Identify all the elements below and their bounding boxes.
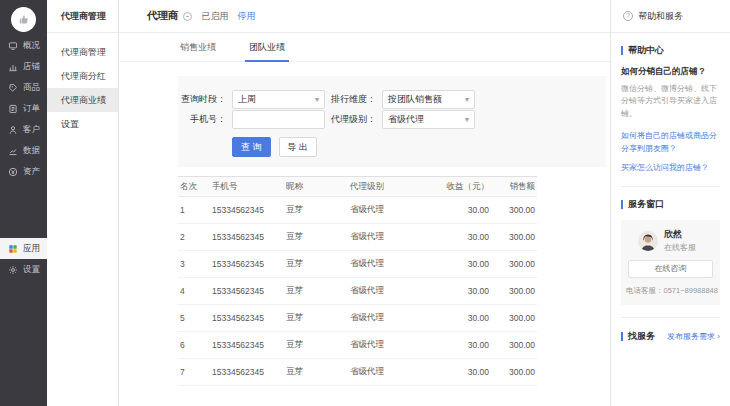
column-header: 昵称 [284,177,348,197]
monitor-icon [8,41,18,51]
column-header: 收益（元） [436,177,491,197]
nav-item-orders[interactable]: 订单 [0,98,47,119]
nav-item-customers[interactable]: 客户 [0,119,47,140]
disable-link[interactable]: 停用 [238,10,256,23]
nav-item-label: 商品 [23,82,40,94]
tab-team-performance[interactable]: 团队业绩 [247,33,287,61]
divider [621,317,720,318]
page-title: 代理商 [147,9,179,23]
content-header: 代理商 已启用 停用 [119,0,610,33]
table-cell: 30.00 [436,359,491,386]
nav-item-label: 概况 [23,40,40,52]
info-circle-icon[interactable] [183,12,192,21]
table-cell: 300.00 [491,305,537,332]
submenu-item-settings[interactable]: 设置 [47,112,118,136]
filter-buttons: 查 询 导 出 [232,137,606,157]
table-cell: 1 [178,197,210,224]
export-button[interactable]: 导 出 [279,137,318,157]
table-cell: 15334562345 [210,332,284,359]
help-center-heading: 帮助中心 [621,46,720,55]
table-cell: 30.00 [436,278,491,305]
submenu-item-agent-dividend[interactable]: 代理商分红 [47,64,118,88]
table-cell: 省级代理 [348,197,436,224]
table-body: 115334562345豆芽省级代理30.00300.0021533456234… [178,197,537,386]
nav-item-label: 应用 [23,243,40,255]
column-header: 手机号 [210,177,284,197]
level-select-value: 省级代理 [388,113,424,126]
table-cell: 4 [178,278,210,305]
nav-item-settings[interactable]: 设置 [0,259,47,280]
level-select[interactable]: 省级代理 ▾ [382,110,475,129]
column-header: 名次 [178,177,210,197]
submenu-item-agent-management[interactable]: 代理商管理 [47,40,118,64]
chevron-down-icon: ▾ [465,115,469,124]
find-service-row: 找服务 发布服务需求 › [621,331,720,342]
table-cell: 15334562345 [210,305,284,332]
phone-label: 手机号： [178,113,226,126]
document-icon [8,104,18,114]
table-cell: 15334562345 [210,359,284,386]
nav-item-label: 资产 [23,166,40,178]
table-cell: 300.00 [491,278,537,305]
nav-item-assets[interactable]: 资产 [0,161,47,182]
column-header: 代理级别 [348,177,436,197]
agent-role: 在线客服 [664,242,696,253]
submenu-items: 代理商管理代理商分红代理商业绩设置 [47,33,118,136]
table-cell: 15334562345 [210,224,284,251]
filter-row-2: 手机号： 代理级别： 省级代理 ▾ [178,109,606,129]
secondary-sidebar: 代理商管理 代理商管理代理商分红代理商业绩设置 [47,0,119,406]
period-field: 查询时段： 上周 ▾ [178,89,325,109]
divider [621,186,720,187]
table-cell: 豆芽 [284,197,348,224]
table-area: 名次手机号昵称代理级别收益（元）销售额 115334562345豆芽省级代理30… [178,176,537,386]
table-cell: 豆芽 [284,359,348,386]
table-cell: 300.00 [491,224,537,251]
table-cell: 300.00 [491,359,537,386]
performance-table: 名次手机号昵称代理级别收益（元）销售额 115334562345豆芽省级代理30… [178,176,537,386]
table-cell: 30.00 [436,224,491,251]
filter-panel: 查询时段： 上周 ▾ 排行维度： 按团队销售额 ▾ 手机号： [178,76,606,167]
phone-input[interactable] [232,110,325,129]
apps-grid-icon [8,244,18,254]
table-row: 715334562345豆芽省级代理30.00300.00 [178,359,537,386]
table-header-row: 名次手机号昵称代理级别收益（元）销售额 [178,177,537,197]
app-logo[interactable] [11,7,36,32]
app-window: 概况店铺商品订单客户数据资产 应用设置 代理商管理 代理商管理代理商分红代理商业… [0,0,730,406]
period-select[interactable]: 上周 ▾ [232,90,325,109]
tag-icon [8,83,18,93]
nav-item-data[interactable]: 数据 [0,140,47,161]
help-link-2[interactable]: 买家怎么访问我的店铺？ [621,162,720,174]
article-body: 微信分销、微博分销、线下分销等方式引导买家进入店铺。 [621,83,720,120]
search-button[interactable]: 查 询 [232,137,271,157]
table-cell: 5 [178,305,210,332]
submenu-item-agent-performance[interactable]: 代理商业绩 [47,88,118,112]
nav-item-label: 客户 [23,124,40,136]
question-circle-icon: ? [623,11,633,21]
table-cell: 省级代理 [348,359,436,386]
tab-sales-performance[interactable]: 销售业绩 [178,33,218,61]
nav-item-goods[interactable]: 商品 [0,77,47,98]
online-chat-button[interactable]: 在线咨询 [628,260,713,278]
nav-item-overview[interactable]: 概况 [0,35,47,56]
bar-chart-icon [8,62,18,72]
find-service-heading: 找服务 [621,332,655,341]
nav-item-apps[interactable]: 应用 [0,238,47,259]
post-service-link[interactable]: 发布服务需求 › [667,331,720,342]
nav-item-shop[interactable]: 店铺 [0,56,47,77]
table-cell: 豆芽 [284,332,348,359]
table-cell: 30.00 [436,305,491,332]
rank-field: 排行维度： 按团队销售额 ▾ [328,89,475,109]
table-row: 115334562345豆芽省级代理30.00300.00 [178,197,537,224]
table-cell: 省级代理 [348,332,436,359]
table-cell: 30.00 [436,197,491,224]
rank-select[interactable]: 按团队销售额 ▾ [382,90,475,109]
table-cell: 30.00 [436,332,491,359]
table-cell: 豆芽 [284,224,348,251]
help-link-1[interactable]: 如何将自己的店铺或商品分分享到朋友圈？ [621,130,720,155]
table-cell: 30.00 [436,251,491,278]
nav-items: 概况店铺商品订单客户数据资产 [0,35,47,182]
column-header: 销售额 [491,177,537,197]
nav-item-label: 订单 [23,103,40,115]
nav-item-label: 设置 [23,264,40,276]
table-cell: 15334562345 [210,197,284,224]
